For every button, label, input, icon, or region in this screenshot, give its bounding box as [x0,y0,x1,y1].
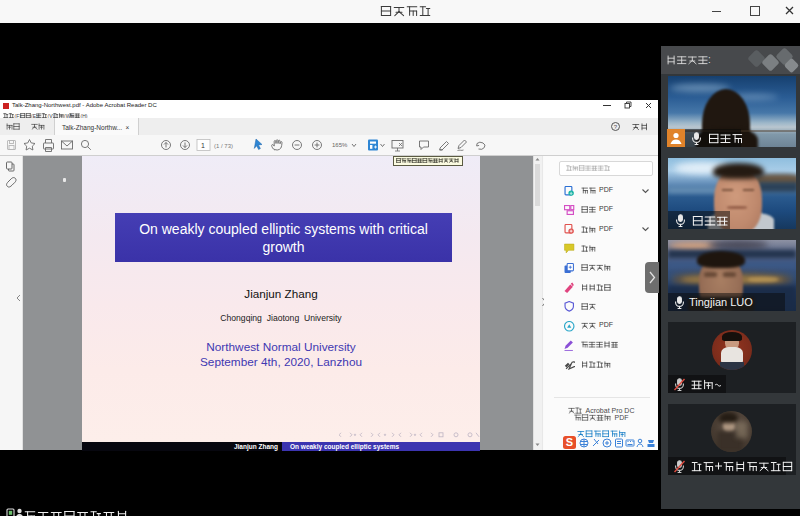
svg-text:1: 1 [201,142,205,149]
svg-text:(1 / 73): (1 / 73) [214,143,233,149]
svg-text:165%: 165% [332,142,348,148]
